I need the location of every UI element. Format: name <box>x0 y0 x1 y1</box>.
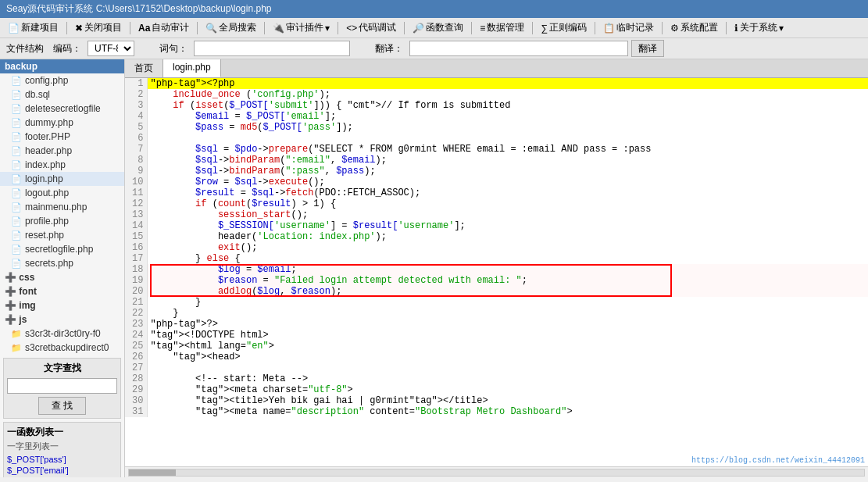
title-text: Seay源代码审计系统 C:\Users\17152\Desktop\backu… <box>6 2 272 16</box>
table-row: 29 "tag"><meta charset="utf-8"> <box>125 384 868 395</box>
menu-about[interactable]: ℹ 关于系统 ▾ <box>730 20 788 36</box>
table-row: 5 $pass = md5($_POST['pass']); <box>125 122 868 133</box>
tab-home[interactable]: 首页 <box>125 59 163 77</box>
table-row: 13 session_start(); <box>125 209 868 220</box>
text-search-button[interactable]: 查 找 <box>38 397 86 415</box>
translate-label: 翻译： <box>372 42 406 55</box>
table-row: 21 } <box>125 297 868 308</box>
encoding-select[interactable]: UTF-8 GBK <box>88 41 134 56</box>
table-row: 20 addlog($log, $reason); <box>125 286 868 297</box>
file-structure-label: 文件结构 <box>3 42 47 55</box>
menu-global-search[interactable]: 🔍 全局搜索 <box>201 20 261 36</box>
sidebar-item-db[interactable]: 📄db.sql <box>0 87 124 102</box>
sidebar-item-deletesecret[interactable]: 📄deletesecretlogfile <box>0 102 124 116</box>
menu-regex[interactable]: ∑ 正则编码 <box>536 20 591 36</box>
sidebar-item-index[interactable]: 📄index.php <box>0 158 124 172</box>
sidebar-item-secretlogfile[interactable]: 📄secretlogfile.php <box>0 242 124 256</box>
table-row: 9 $sql->bindParam(":pass", $pass); <box>125 166 868 177</box>
sidebar-item-secrets[interactable]: 📄secrets.php <box>0 256 124 270</box>
table-row: 15 header('Location: index.php'); <box>125 231 868 242</box>
table-row: 23"php-tag">?> <box>125 319 868 330</box>
table-row: 7 $sql = $pdo->prepare("SELECT * FROM g0… <box>125 144 868 155</box>
menu-temp-log[interactable]: 📋 临时记录 <box>598 20 659 36</box>
code-area: 首页 login.php 1"php-tag"><?php2 include_o… <box>125 59 868 477</box>
table-row: 3 if (isset($_POST['submit'])) { "cmt">/… <box>125 100 868 111</box>
menu-sep-7 <box>471 22 472 34</box>
sidebar-file-list: 📄config.php 📄db.sql 📄deletesecretlogfile… <box>0 73 124 355</box>
menu-debug[interactable]: <> 代码调试 <box>341 20 401 36</box>
menu-sep-5 <box>338 22 338 34</box>
menu-sep-6 <box>404 22 405 34</box>
table-row: 6 <box>125 133 868 144</box>
code-scrollbar[interactable] <box>125 466 868 477</box>
toolbar2: 文件结构 编码： UTF-8 GBK 词句： 翻译： 翻译 <box>0 38 868 59</box>
var-item-2[interactable]: $reason <box>7 476 117 477</box>
sidebar-folder-js[interactable]: ➕ js <box>0 312 124 327</box>
sidebar-folder-font[interactable]: ➕ font <box>0 284 124 298</box>
var-item-0[interactable]: $_POST['pass'] <box>7 454 117 465</box>
sidebar-item-mainmenu[interactable]: 📄mainmenu.php <box>0 200 124 214</box>
menu-close-project[interactable]: ✖ 关闭项目 <box>70 20 127 36</box>
sidebar-item-s3cret[interactable]: 📁s3cretbackupdirect0 <box>0 341 124 355</box>
translate-input[interactable] <box>409 41 628 56</box>
table-row: 18 $log = $email; <box>125 264 868 275</box>
text-search-title: 文字查找 <box>7 362 117 375</box>
table-row: 4 $email = $_POST['email']; <box>125 111 868 122</box>
table-row: 22 } <box>125 308 868 319</box>
text-search-panel: 文字查找 查 找 <box>3 358 121 419</box>
menu-config[interactable]: ⚙ 系统配置 <box>666 20 723 36</box>
tab-login[interactable]: login.php <box>163 59 221 77</box>
table-row: 26 "tag"><head> <box>125 352 868 362</box>
code-editor[interactable]: 1"php-tag"><?php2 include_once ('config.… <box>125 78 868 466</box>
sidebar-item-profile[interactable]: 📄profile.php <box>0 214 124 228</box>
menu-sep-4 <box>264 22 265 34</box>
table-row: 30 "tag"><title>Yeh bik gai hai | g0rmin… <box>125 395 868 406</box>
menu-auto-audit[interactable]: Aa 自动审计 <box>134 20 194 36</box>
func-list-title: 一函数列表一 <box>7 426 117 439</box>
menu-data-mgmt[interactable]: ≡ 数据管理 <box>475 20 529 36</box>
menu-sep-2 <box>130 22 130 34</box>
table-row: 8 $sql->bindParam(":email", $email); <box>125 155 868 166</box>
sidebar-item-footer[interactable]: 📄footer.PHP <box>0 130 124 144</box>
table-row: 24"tag"><!DOCTYPE html> <box>125 330 868 341</box>
sidebar-folder-css[interactable]: ➕ css <box>0 270 124 284</box>
sidebar-item-config[interactable]: 📄config.php <box>0 73 124 87</box>
sidebar-root: backup <box>0 59 124 73</box>
tabs: 首页 login.php <box>125 59 868 78</box>
var-list-subtitle: 一字里列表一 <box>7 441 117 452</box>
menu-sep-9 <box>595 22 595 34</box>
sidebar-item-header[interactable]: 📄header.php <box>0 144 124 158</box>
menu-sep-8 <box>532 22 533 34</box>
sidebar-item-dummy[interactable]: 📄dummy.php <box>0 116 124 130</box>
table-row: 16 exit(); <box>125 242 868 253</box>
sidebar-item-logout[interactable]: 📄logout.php <box>0 186 124 200</box>
menu-bar: 📄 新建项目 ✖ 关闭项目 Aa 自动审计 🔍 全局搜索 🔌 审计插件 ▾ <>… <box>0 18 868 38</box>
table-row: 2 include_once ('config.php'); <box>125 89 868 100</box>
menu-func-query[interactable]: 🔎 函数查询 <box>408 20 468 36</box>
sidebar: backup 📄config.php 📄db.sql 📄deletesecret… <box>0 59 125 477</box>
word-input[interactable] <box>194 41 350 56</box>
sidebar-folder-img[interactable]: ➕ img <box>0 298 124 312</box>
translate-button[interactable]: 翻译 <box>631 40 664 57</box>
sidebar-item-s3cr3t[interactable]: 📁s3cr3t-dir3ct0ry-f0 <box>0 327 124 341</box>
table-row: 11 $result = $sql->fetch(PDO::FETCH_ASSO… <box>125 187 868 198</box>
text-search-input[interactable] <box>7 378 117 394</box>
menu-sep-10 <box>662 22 663 34</box>
watermark: https://blog.csdn.net/weixin_44412091 <box>691 456 865 465</box>
sidebar-item-login[interactable]: 📄login.php <box>0 172 124 186</box>
code-body: 1"php-tag"><?php2 include_once ('config.… <box>125 78 868 417</box>
table-row: 14 $_SESSION['username'] = $result['user… <box>125 220 868 231</box>
sidebar-item-reset[interactable]: 📄reset.php <box>0 228 124 242</box>
title-bar: Seay源代码审计系统 C:\Users\17152\Desktop\backu… <box>0 0 868 18</box>
menu-sep-11 <box>726 22 727 34</box>
table-row: 12 if (count($result) > 1) { <box>125 198 868 209</box>
menu-new-project[interactable]: 📄 新建项目 <box>3 20 63 36</box>
menu-plugin[interactable]: 🔌 审计插件 ▾ <box>268 20 334 36</box>
table-row: 31 "tag"><meta name="description" conten… <box>125 406 868 417</box>
menu-sep-1 <box>66 22 67 34</box>
table-row: 10 $row = $sql->execute(); <box>125 177 868 187</box>
code-table: 1"php-tag"><?php2 include_once ('config.… <box>125 78 868 417</box>
var-item-1[interactable]: $_POST['email'] <box>7 465 117 476</box>
word-label: 词句： <box>156 42 191 55</box>
table-row: 27 <box>125 362 868 373</box>
